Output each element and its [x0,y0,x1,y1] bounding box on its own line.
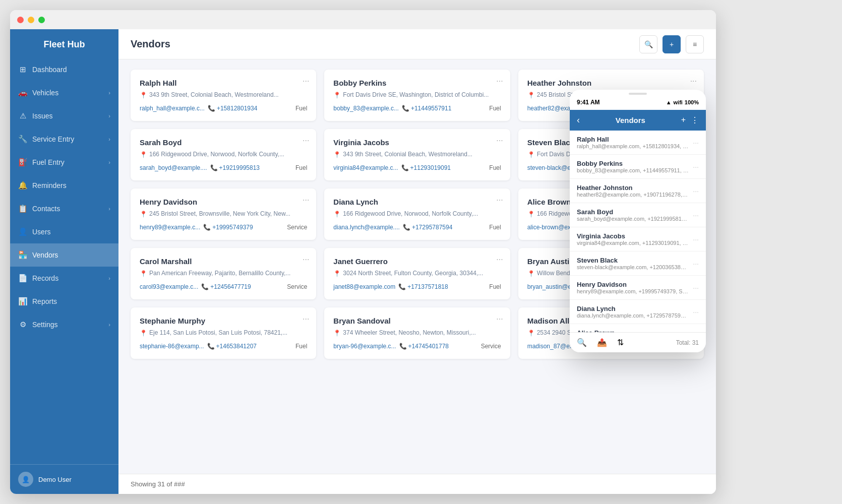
vendor-card-menu[interactable]: ··· [690,77,697,86]
phone-icon: 📞 [208,105,215,112]
sidebar-item-records[interactable]: 📄 Records › [10,267,118,290]
vendor-card[interactable]: ··· Sarah Boyd 📍 166 Ridgewood Drive, No… [131,129,316,180]
sidebar-item-vehicles[interactable]: 🚗 Vehicles › [10,81,118,104]
mobile-list-item[interactable]: Bobby Perkins bobby_83@example.com, +114… [570,155,706,179]
vendor-card[interactable]: ··· Janet Guerrero 📍 3024 North Street, … [324,248,510,299]
sidebar-item-label: Service Entry [32,135,103,143]
minimize-dot[interactable] [28,17,34,23]
vendor-type: Fuel [295,105,307,112]
vendor-card-menu[interactable]: ··· [496,136,503,145]
mobile-item-menu-icon[interactable]: ··· [689,163,699,171]
vendor-card-menu[interactable]: ··· [496,77,503,86]
vendor-email[interactable]: carol93@example.c... [140,283,198,290]
close-dot[interactable] [17,17,24,23]
mobile-list-item[interactable]: Henry Davidson henry89@example.com, +199… [570,276,706,300]
vendor-card-menu[interactable]: ··· [303,314,309,324]
sidebar-item-dashboard[interactable]: ⊞ Dashboard [10,58,118,81]
vendor-card-menu[interactable]: ··· [496,314,503,324]
mobile-item-menu-icon[interactable]: ··· [689,260,699,268]
mobile-list-item[interactable]: Alice Brown alice-brown@example.com, +14… [570,324,706,332]
mobile-item-menu-icon[interactable]: ··· [689,332,699,333]
vendor-phone: 📞+15812801934 [208,105,257,112]
mobile-sort-icon[interactable]: ⇅ [617,338,624,347]
mobile-item-name: Henry Davidson [577,281,689,288]
settings-icon: ⚙ [18,320,27,329]
vendor-name: Ralph Hall [140,79,307,87]
vendor-card[interactable]: ··· Ralph Hall 📍 343 9th Street, Colonia… [131,70,316,121]
vendor-card[interactable]: ··· Diana Lynch 📍 166 Ridgewood Drive, N… [324,188,510,240]
mobile-item-menu-icon[interactable]: ··· [689,139,699,147]
mobile-item-menu-icon[interactable]: ··· [689,235,699,243]
vendor-card-menu[interactable]: ··· [303,196,309,205]
mobile-list-item[interactable]: Virginia Jacobs virginia84@example.com, … [570,227,706,251]
vendor-card[interactable]: ··· Stephanie Murphy 📍 Eje 114, San Luis… [131,307,316,359]
vendor-card-menu[interactable]: ··· [496,196,503,205]
mobile-list-item[interactable]: Heather Johnston heather82@example.com, … [570,179,706,203]
vendor-card[interactable]: ··· Bryan Sandoval 📍 374 Wheeler Street,… [324,307,510,359]
mobile-more-icon[interactable]: ⋮ [691,115,699,125]
mobile-item-menu-icon[interactable]: ··· [689,308,699,316]
location-icon: 📍 [140,330,147,337]
vehicles-icon: 🚗 [18,88,27,97]
vendor-phone: 📞+14653841207 [207,343,257,350]
mobile-list-item[interactable]: Steven Black steven-black@example.com, +… [570,251,706,276]
phone-icon: 📞 [402,105,409,112]
sidebar-item-reminders[interactable]: 🔔 Reminders [10,174,118,197]
vendor-email[interactable]: diana.lynch@example.... [333,224,400,231]
maximize-dot[interactable] [38,17,45,23]
vendor-email[interactable]: bobby_83@example.c... [333,105,399,112]
battery-icon: 100% [685,99,699,105]
menu-button[interactable]: ≡ [686,35,704,53]
vendor-card[interactable]: ··· Henry Davidson 📍 245 Bristol Street,… [131,188,316,240]
mobile-item-name: Ralph Hall [577,136,689,143]
issues-icon: ⚠ [18,111,27,120]
vendor-email[interactable]: henry89@example.c... [140,224,200,231]
vendor-email[interactable]: ralph_hall@example.c... [140,105,205,112]
mobile-back-button[interactable]: ‹ [577,115,580,125]
sidebar-item-label: Records [32,274,103,282]
vendor-footer: bobby_83@example.c... 📞+11449557911 Fuel [333,105,501,112]
vendor-email[interactable]: virginia84@example.c... [333,164,398,171]
mobile-list-item[interactable]: Ralph Hall ralph_hall@example.com, +1581… [570,131,706,155]
sidebar-item-vendors[interactable]: 🏪 Vendors [10,243,118,267]
location-icon: 📍 [140,270,147,277]
vendor-email[interactable]: stephanie-86@examp... [140,343,204,350]
vendor-card-menu[interactable]: ··· [303,77,309,86]
vendor-address: 📍 166 Ridgewood Drive, Norwood, Norfolk … [140,151,307,158]
vendor-email[interactable]: sarah_boyd@example.... [140,164,207,171]
vendor-card[interactable]: ··· Carol Marshall 📍 Pan American Freewa… [131,248,316,299]
mobile-list-item[interactable]: Diana Lynch diana.lynch@example.com, +17… [570,300,706,324]
vendor-email[interactable]: bryan-96@example.c... [333,343,396,350]
sidebar-item-contacts[interactable]: 📋 Contacts › [10,197,118,220]
vendor-card-menu[interactable]: ··· [496,255,503,264]
vendor-name: Carol Marshall [140,257,307,266]
sidebar-user-label: Demo User [38,476,72,483]
vendor-phone: 📞+14745401778 [399,343,449,350]
vendor-card-menu[interactable]: ··· [303,255,309,264]
vendor-card-menu[interactable]: ··· [303,136,309,145]
sidebar-item-fuel-entry[interactable]: ⛽ Fuel Entry › [10,151,118,174]
add-button[interactable]: + [663,35,681,53]
mobile-item-sub: diana.lynch@example.com, +17295787594, F… [577,312,689,319]
sidebar-item-reports[interactable]: 📊 Reports [10,290,118,313]
vendor-card[interactable]: ··· Bobby Perkins 📍 Fort Davis Drive SE,… [324,70,510,121]
search-button[interactable]: 🔍 [639,35,657,53]
mobile-nav-title: Vendors [616,116,645,124]
avatar: 👤 [18,472,33,487]
mobile-status-bar: 9:41 AM ▲ wifi 100% [570,95,706,110]
sidebar-item-users[interactable]: 👤 Users [10,220,118,243]
mobile-list-item[interactable]: Sarah Boyd sarah_boyd@example.com, +1921… [570,203,706,227]
vendor-address: 📍 Eje 114, San Luis Potosi, San Luis Pot… [140,329,307,337]
sidebar-item-service-entry[interactable]: 🔧 Service Entry › [10,128,118,151]
mobile-item-menu-icon[interactable]: ··· [689,211,699,219]
mobile-add-icon[interactable]: + [681,115,686,125]
mobile-item-menu-icon[interactable]: ··· [689,187,699,195]
mobile-item-menu-icon[interactable]: ··· [689,284,699,292]
sidebar-brand: Fleet Hub [10,29,118,58]
mobile-search-icon[interactable]: 🔍 [577,338,587,347]
sidebar-item-settings[interactable]: ⚙ Settings › [10,313,118,336]
vendor-email[interactable]: janet88@example.com [333,283,395,290]
sidebar-item-issues[interactable]: ⚠ Issues › [10,104,118,128]
mobile-export-icon[interactable]: 📤 [597,338,607,347]
vendor-card[interactable]: ··· Virginia Jacobs 📍 343 9th Street, Co… [324,129,510,180]
